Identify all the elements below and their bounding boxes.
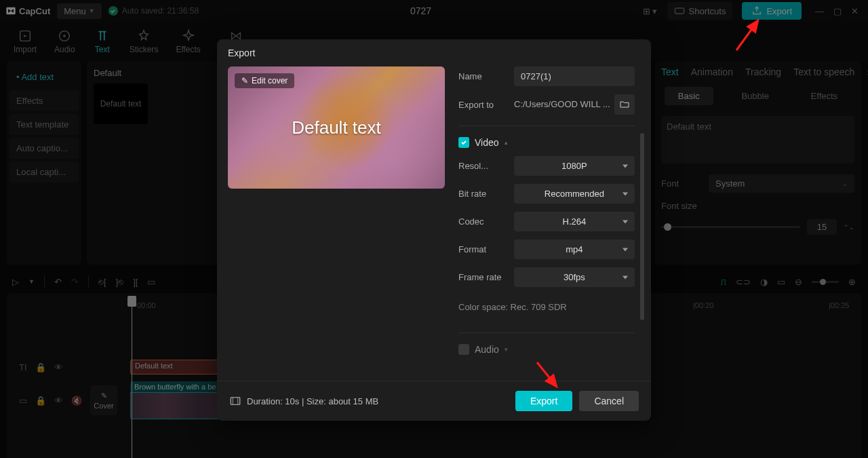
format-label: Format: [458, 244, 507, 254]
export-dialog: Export ✎ Edit cover Default text Name 07…: [217, 39, 651, 421]
dialog-title: Export: [217, 39, 651, 66]
caret-down-icon: ▾: [505, 346, 508, 353]
codec-select[interactable]: H.264: [514, 212, 635, 231]
video-checkbox[interactable]: [458, 137, 469, 148]
footer-info-text: Duration: 10s | Size: about 15 MB: [247, 396, 378, 406]
edit-cover-button[interactable]: ✎ Edit cover: [235, 73, 294, 88]
cover-preview: ✎ Edit cover Default text: [228, 66, 445, 189]
dialog-scrollbar[interactable]: [640, 133, 644, 320]
exportto-label: Export to: [458, 100, 507, 110]
cancel-button[interactable]: Cancel: [579, 391, 639, 411]
audio-section-header[interactable]: Audio ▾: [458, 344, 635, 355]
svg-rect-6: [231, 398, 240, 405]
bitrate-label: Bit rate: [458, 189, 507, 199]
exportto-path: C:/Users/GOOD WILL ...: [514, 94, 610, 115]
folder-icon: [619, 99, 630, 110]
resolution-label: Resol...: [458, 161, 507, 171]
cover-text-overlay: Default text: [292, 117, 381, 138]
browse-folder-button[interactable]: [614, 94, 635, 115]
colorspace-note: Color space: Rec. 709 SDR: [458, 302, 635, 312]
codec-label: Codec: [458, 216, 507, 227]
export-confirm-button[interactable]: Export: [515, 391, 572, 411]
audio-checkbox[interactable]: [458, 344, 469, 355]
name-input[interactable]: 0727(1): [514, 66, 635, 86]
resolution-select[interactable]: 1080P: [514, 156, 635, 176]
video-section-header[interactable]: Video ▴: [458, 137, 635, 148]
name-label: Name: [458, 71, 507, 81]
film-icon: [229, 395, 241, 407]
pencil-icon: ✎: [241, 76, 248, 85]
framerate-label: Frame rate: [458, 272, 507, 282]
bitrate-select[interactable]: Recommended: [514, 184, 635, 204]
framerate-select[interactable]: 30fps: [514, 267, 635, 287]
caret-up-icon: ▴: [505, 139, 508, 146]
format-select[interactable]: mp4: [514, 240, 635, 259]
